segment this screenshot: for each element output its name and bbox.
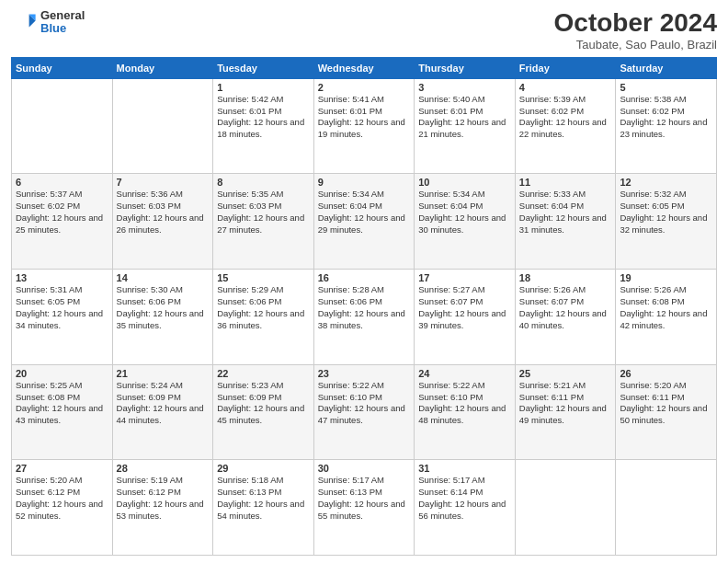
day-detail: Sunrise: 5:34 AM Sunset: 6:04 PM Dayligh… (418, 189, 511, 236)
day-number: 7 (117, 177, 210, 188)
calendar-cell: 2Sunrise: 5:41 AM Sunset: 6:01 PM Daylig… (313, 78, 415, 174)
day-detail: Sunrise: 5:20 AM Sunset: 6:11 PM Dayligh… (620, 380, 712, 427)
day-number: 21 (117, 368, 210, 379)
calendar-cell: 29Sunrise: 5:18 AM Sunset: 6:13 PM Dayli… (213, 460, 314, 556)
day-number: 4 (519, 82, 612, 93)
calendar-cell: 21Sunrise: 5:24 AM Sunset: 6:09 PM Dayli… (112, 364, 213, 460)
calendar-cell: 3Sunrise: 5:40 AM Sunset: 6:01 PM Daylig… (415, 78, 516, 174)
day-detail: Sunrise: 5:26 AM Sunset: 6:07 PM Dayligh… (519, 284, 612, 331)
calendar-cell: 4Sunrise: 5:39 AM Sunset: 6:02 PM Daylig… (515, 78, 616, 174)
logo-icon (11, 9, 37, 35)
day-detail: Sunrise: 5:28 AM Sunset: 6:06 PM Dayligh… (318, 284, 411, 331)
header-friday: Friday (515, 57, 616, 78)
day-number: 28 (117, 463, 210, 474)
day-detail: Sunrise: 5:17 AM Sunset: 6:13 PM Dayligh… (318, 475, 411, 522)
day-detail: Sunrise: 5:37 AM Sunset: 6:02 PM Dayligh… (16, 189, 108, 236)
day-number: 10 (418, 177, 511, 188)
calendar-cell: 15Sunrise: 5:29 AM Sunset: 6:06 PM Dayli… (213, 270, 314, 365)
calendar-week-1: 1Sunrise: 5:42 AM Sunset: 6:01 PM Daylig… (12, 78, 717, 174)
calendar-cell: 11Sunrise: 5:33 AM Sunset: 6:04 PM Dayli… (515, 174, 616, 270)
day-detail: Sunrise: 5:27 AM Sunset: 6:07 PM Dayligh… (418, 284, 511, 331)
day-number: 20 (16, 368, 108, 379)
header-saturday: Saturday (616, 57, 717, 78)
calendar-cell (616, 460, 717, 556)
calendar-cell: 17Sunrise: 5:27 AM Sunset: 6:07 PM Dayli… (415, 270, 516, 365)
calendar-week-5: 27Sunrise: 5:20 AM Sunset: 6:12 PM Dayli… (12, 460, 717, 556)
calendar-cell: 31Sunrise: 5:17 AM Sunset: 6:14 PM Dayli… (415, 460, 516, 556)
day-number: 9 (318, 177, 411, 188)
calendar-cell: 5Sunrise: 5:38 AM Sunset: 6:02 PM Daylig… (616, 78, 717, 174)
calendar-cell: 6Sunrise: 5:37 AM Sunset: 6:02 PM Daylig… (12, 174, 113, 270)
day-detail: Sunrise: 5:38 AM Sunset: 6:02 PM Dayligh… (620, 94, 712, 141)
day-number: 11 (519, 177, 612, 188)
calendar-cell: 28Sunrise: 5:19 AM Sunset: 6:12 PM Dayli… (112, 460, 213, 556)
day-detail: Sunrise: 5:24 AM Sunset: 6:09 PM Dayligh… (117, 380, 210, 427)
day-detail: Sunrise: 5:30 AM Sunset: 6:06 PM Dayligh… (117, 284, 210, 331)
day-detail: Sunrise: 5:33 AM Sunset: 6:04 PM Dayligh… (519, 189, 612, 236)
day-detail: Sunrise: 5:35 AM Sunset: 6:03 PM Dayligh… (217, 189, 310, 236)
day-number: 29 (217, 463, 310, 474)
calendar-cell: 24Sunrise: 5:22 AM Sunset: 6:10 PM Dayli… (415, 364, 516, 460)
calendar-cell: 30Sunrise: 5:17 AM Sunset: 6:13 PM Dayli… (313, 460, 415, 556)
calendar-cell: 8Sunrise: 5:35 AM Sunset: 6:03 PM Daylig… (213, 174, 314, 270)
calendar-week-3: 13Sunrise: 5:31 AM Sunset: 6:05 PM Dayli… (12, 270, 717, 365)
logo-text: General Blue (40, 9, 85, 36)
header-row: Sunday Monday Tuesday Wednesday Thursday… (12, 57, 717, 78)
calendar-cell: 18Sunrise: 5:26 AM Sunset: 6:07 PM Dayli… (515, 270, 616, 365)
header-wednesday: Wednesday (313, 57, 415, 78)
day-number: 25 (519, 368, 612, 379)
day-detail: Sunrise: 5:23 AM Sunset: 6:09 PM Dayligh… (217, 380, 310, 427)
calendar-cell: 23Sunrise: 5:22 AM Sunset: 6:10 PM Dayli… (313, 364, 415, 460)
day-number: 5 (620, 82, 712, 93)
header-sunday: Sunday (12, 57, 113, 78)
day-number: 23 (318, 368, 411, 379)
day-number: 27 (16, 463, 108, 474)
calendar-cell (515, 460, 616, 556)
day-detail: Sunrise: 5:21 AM Sunset: 6:11 PM Dayligh… (519, 380, 612, 427)
day-detail: Sunrise: 5:18 AM Sunset: 6:13 PM Dayligh… (217, 475, 310, 522)
day-number: 31 (418, 463, 511, 474)
header: General Blue October 2024 Taubate, Sao P… (11, 9, 717, 52)
calendar-week-4: 20Sunrise: 5:25 AM Sunset: 6:08 PM Dayli… (12, 364, 717, 460)
day-number: 30 (318, 463, 411, 474)
logo-general: General (40, 9, 85, 22)
day-number: 12 (620, 177, 712, 188)
page-subtitle: Taubate, Sao Paulo, Brazil (554, 38, 717, 52)
day-number: 15 (217, 272, 310, 283)
calendar-cell: 25Sunrise: 5:21 AM Sunset: 6:11 PM Dayli… (515, 364, 616, 460)
calendar-cell: 1Sunrise: 5:42 AM Sunset: 6:01 PM Daylig… (213, 78, 314, 174)
calendar-body: 1Sunrise: 5:42 AM Sunset: 6:01 PM Daylig… (12, 78, 717, 555)
day-number: 14 (117, 272, 210, 283)
calendar-header: Sunday Monday Tuesday Wednesday Thursday… (12, 57, 717, 78)
day-number: 13 (16, 272, 108, 283)
header-monday: Monday (112, 57, 213, 78)
calendar-cell: 7Sunrise: 5:36 AM Sunset: 6:03 PM Daylig… (112, 174, 213, 270)
calendar-cell (12, 78, 113, 174)
calendar-cell: 10Sunrise: 5:34 AM Sunset: 6:04 PM Dayli… (415, 174, 516, 270)
calendar-cell: 13Sunrise: 5:31 AM Sunset: 6:05 PM Dayli… (12, 270, 113, 365)
logo-blue: Blue (40, 22, 85, 35)
title-block: October 2024 Taubate, Sao Paulo, Brazil (554, 9, 717, 52)
day-detail: Sunrise: 5:40 AM Sunset: 6:01 PM Dayligh… (418, 94, 511, 141)
day-number: 16 (318, 272, 411, 283)
calendar-week-2: 6Sunrise: 5:37 AM Sunset: 6:02 PM Daylig… (12, 174, 717, 270)
day-detail: Sunrise: 5:20 AM Sunset: 6:12 PM Dayligh… (16, 475, 108, 522)
calendar-cell: 20Sunrise: 5:25 AM Sunset: 6:08 PM Dayli… (12, 364, 113, 460)
page-title: October 2024 (554, 9, 717, 38)
day-detail: Sunrise: 5:25 AM Sunset: 6:08 PM Dayligh… (16, 380, 108, 427)
day-detail: Sunrise: 5:31 AM Sunset: 6:05 PM Dayligh… (16, 284, 108, 331)
day-number: 22 (217, 368, 310, 379)
calendar-cell: 14Sunrise: 5:30 AM Sunset: 6:06 PM Dayli… (112, 270, 213, 365)
day-number: 17 (418, 272, 511, 283)
day-number: 8 (217, 177, 310, 188)
day-number: 24 (418, 368, 511, 379)
header-thursday: Thursday (415, 57, 516, 78)
day-number: 19 (620, 272, 712, 283)
calendar-cell: 16Sunrise: 5:28 AM Sunset: 6:06 PM Dayli… (313, 270, 415, 365)
day-number: 18 (519, 272, 612, 283)
day-number: 6 (16, 177, 108, 188)
calendar-cell (112, 78, 213, 174)
day-detail: Sunrise: 5:19 AM Sunset: 6:12 PM Dayligh… (117, 475, 210, 522)
day-detail: Sunrise: 5:36 AM Sunset: 6:03 PM Dayligh… (117, 189, 210, 236)
day-number: 1 (217, 82, 310, 93)
